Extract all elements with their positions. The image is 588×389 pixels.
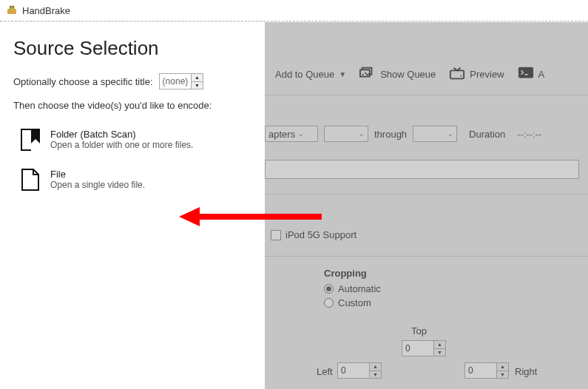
duration-label: Duration xyxy=(469,129,505,140)
chapters-row: apters ⌄ ⌄ through ⌄ Duration --:--:-- xyxy=(265,126,582,142)
chapter-start-combo[interactable]: ⌄ xyxy=(324,126,368,142)
open-file-option[interactable]: File Open a single video file. xyxy=(13,164,251,204)
svg-point-1 xyxy=(10,6,12,8)
svg-point-11 xyxy=(461,75,462,76)
folder-icon xyxy=(21,129,40,151)
through-label: through xyxy=(374,129,407,140)
activity-label: A xyxy=(538,69,545,80)
ipod-checkbox[interactable] xyxy=(271,230,281,240)
title-spin-value: (none) xyxy=(160,74,192,89)
titlebar: HandBrake xyxy=(0,0,588,21)
svg-point-9 xyxy=(362,73,364,75)
spin-up[interactable]: ▲ xyxy=(434,341,445,349)
cropping-auto-label: Automatic xyxy=(338,283,381,294)
chapters-combo[interactable]: apters ⌄ xyxy=(265,126,318,142)
svg-rect-0 xyxy=(7,9,16,14)
cropping-auto-radio[interactable] xyxy=(324,284,334,294)
file-icon xyxy=(21,169,40,191)
svg-rect-12 xyxy=(518,67,533,78)
crop-right-label: Right xyxy=(515,366,537,377)
crop-left-label: Left xyxy=(317,366,333,377)
folder-sub: Open a folder with one or more files. xyxy=(50,140,193,150)
file-title: File xyxy=(50,169,145,180)
crop-top-label: Top xyxy=(411,325,427,336)
svg-rect-10 xyxy=(450,70,464,78)
toolbar: Add to Queue ▼ Show Queue Preview A xyxy=(265,59,588,89)
ipod-row: iPod 5G Support xyxy=(271,229,356,240)
section-separator-1 xyxy=(265,194,588,194)
spin-down[interactable]: ▼ xyxy=(434,349,445,356)
activity-button[interactable]: A xyxy=(513,63,550,86)
show-queue-label: Show Queue xyxy=(380,69,436,80)
crop-top-spin[interactable]: 0 ▲▼ xyxy=(402,340,446,356)
add-to-queue-button[interactable]: Add to Queue ▼ xyxy=(271,66,351,83)
tv-icon xyxy=(449,66,465,83)
chevron-down-icon: ⌄ xyxy=(298,130,304,138)
instruction-text: Then choose the video(s) you'd like to e… xyxy=(13,100,251,111)
preview-label: Preview xyxy=(470,69,504,80)
chapter-end-combo[interactable]: ⌄ xyxy=(413,126,457,142)
terminal-icon xyxy=(518,66,534,83)
chevron-down-icon: ⌄ xyxy=(359,130,365,138)
panel-heading: Source Selection xyxy=(13,37,251,60)
title-spin[interactable]: (none) ▲ ▼ xyxy=(159,73,203,89)
svg-point-2 xyxy=(13,6,15,8)
crop-top-value: 0 xyxy=(402,341,433,356)
title-select-label: Optionally choose a specific title: xyxy=(13,76,153,87)
section-separator-2 xyxy=(265,256,588,257)
chapters-combo-label: apters xyxy=(268,129,295,140)
main-background: Add to Queue ▼ Show Queue Preview A xyxy=(265,22,588,389)
toolbar-separator xyxy=(265,95,588,95)
spin-up[interactable]: ▲ xyxy=(497,363,508,371)
cropping-custom-row[interactable]: Custom xyxy=(324,297,381,308)
app-icon xyxy=(6,4,18,16)
file-sub: Open a single video file. xyxy=(50,180,145,190)
chevron-down-icon: ▼ xyxy=(339,70,346,78)
ipod-label: iPod 5G Support xyxy=(285,229,356,240)
output-path-input[interactable] xyxy=(265,160,579,179)
show-queue-button[interactable]: Show Queue xyxy=(355,63,440,86)
cropping-custom-radio[interactable] xyxy=(324,298,334,308)
cropping-group: Cropping Automatic Custom xyxy=(324,268,381,311)
spin-up[interactable]: ▲ xyxy=(370,363,381,371)
preview-button[interactable]: Preview xyxy=(445,63,508,86)
crop-right-value: 0 xyxy=(465,363,496,378)
crop-left-value: 0 xyxy=(338,363,369,378)
folder-title: Folder (Batch Scan) xyxy=(50,129,193,140)
duration-value: --:--:-- xyxy=(517,129,541,140)
chevron-down-icon: ⌄ xyxy=(447,130,453,138)
title-select-row: Optionally choose a specific title: (non… xyxy=(13,73,251,89)
cropping-custom-label: Custom xyxy=(338,297,371,308)
spin-down[interactable]: ▼ xyxy=(497,371,508,379)
title-spin-down[interactable]: ▼ xyxy=(192,82,202,89)
app-title: HandBrake xyxy=(22,5,70,16)
crop-left-spin[interactable]: 0 ▲▼ xyxy=(337,362,382,379)
queue-icon xyxy=(359,66,376,83)
open-folder-option[interactable]: Folder (Batch Scan) Open a folder with o… xyxy=(13,124,251,164)
cropping-auto-row[interactable]: Automatic xyxy=(324,283,381,294)
spin-down[interactable]: ▼ xyxy=(370,371,381,379)
cropping-title: Cropping xyxy=(324,268,381,279)
title-spin-up[interactable]: ▲ xyxy=(192,74,202,82)
add-to-queue-label: Add to Queue xyxy=(275,69,334,80)
crop-right-spin[interactable]: 0 ▲▼ xyxy=(464,362,509,379)
source-selection-panel: Source Selection Optionally choose a spe… xyxy=(0,22,265,389)
